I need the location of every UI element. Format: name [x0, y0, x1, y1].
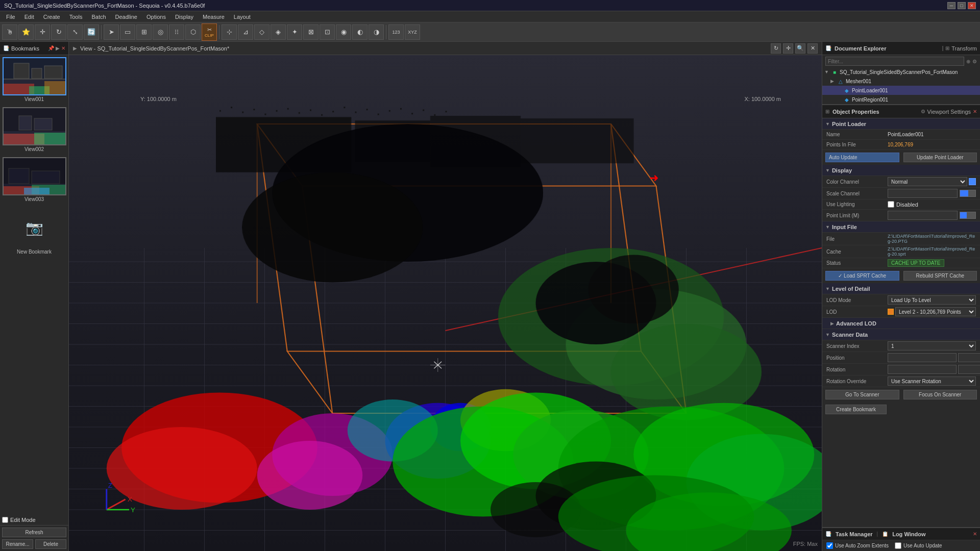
- auto-update-checkbox[interactable]: [895, 542, 901, 549]
- menu-layout[interactable]: Layout: [230, 13, 255, 21]
- filter-input[interactable]: [825, 57, 964, 66]
- filter-settings-btn[interactable]: ⚙: [972, 59, 977, 64]
- tool-move[interactable]: ✛: [35, 24, 50, 40]
- maximize-button[interactable]: □: [958, 2, 966, 9]
- obj-props-close[interactable]: ✕: [973, 109, 977, 114]
- pos-y-input[interactable]: -14.024461: [958, 353, 980, 362]
- pos-x-input[interactable]: -19.472151: [888, 353, 957, 362]
- go-to-scanner-button[interactable]: Go To Scanner: [825, 390, 899, 399]
- tool-xyz[interactable]: XYZ: [405, 24, 420, 40]
- point-limit-input[interactable]: 10.000: [888, 211, 958, 220]
- rotation-override-select[interactable]: Use Scanner Rotation Override: [888, 377, 976, 386]
- tool-view7[interactable]: ⊡: [320, 24, 335, 40]
- load-sprt-button[interactable]: ✓ Load SPRT Cache: [825, 271, 899, 281]
- tool-arrow[interactable]: ➤: [104, 24, 119, 40]
- vp-zoom[interactable]: 🔍: [795, 43, 805, 54]
- lod-section-header[interactable]: ▼ Level of Detail: [822, 283, 980, 294]
- point-loader-section-header[interactable]: ▼ Point Loader: [822, 118, 980, 130]
- tool-view10[interactable]: ◑: [369, 24, 384, 40]
- input-file-section-header[interactable]: ▼ Input File: [822, 221, 980, 233]
- tool-clip[interactable]: ✂ CLIP: [202, 23, 217, 41]
- viewport-canvas[interactable]: X Y Z Y: 100.0000 m X: 100.0000 m FPS: M…: [69, 55, 822, 551]
- tree-item-mesher[interactable]: ▶ △ Mesher001: [822, 77, 980, 86]
- tool-view8[interactable]: ◉: [336, 24, 351, 40]
- tool-view9[interactable]: ◐: [352, 24, 368, 40]
- edit-mode-checkbox[interactable]: [2, 517, 8, 523]
- tool-num[interactable]: 123: [388, 24, 404, 40]
- tool-view1[interactable]: ⊹: [222, 24, 237, 40]
- menu-options[interactable]: Options: [142, 13, 170, 21]
- scale-channel-input[interactable]: 1.000: [888, 189, 958, 198]
- tool-select[interactable]: 🖱: [2, 24, 17, 40]
- task-manager-title[interactable]: Task Manager: [836, 531, 873, 537]
- use-lighting-checkbox[interactable]: [888, 201, 894, 208]
- bookmark-view002[interactable]: View002: [3, 107, 66, 153]
- tool-rect[interactable]: ▭: [120, 24, 135, 40]
- refresh-button[interactable]: Refresh: [2, 528, 66, 537]
- tool-rotate[interactable]: ↻: [51, 24, 66, 40]
- close-button[interactable]: ✕: [968, 2, 976, 9]
- scanner-index-select[interactable]: 1 2: [888, 341, 976, 350]
- task-bar-close[interactable]: ✕: [973, 531, 977, 537]
- tool-view3[interactable]: ◇: [254, 24, 270, 40]
- left-panel-expand[interactable]: ▶: [56, 45, 60, 51]
- create-bookmark-button[interactable]: Create Bookmark: [825, 405, 887, 414]
- tree-item-root[interactable]: ▼ ■ SQ_Tutorial_SingleSidedByScannerPos_…: [822, 67, 980, 77]
- vp-orbit[interactable]: ↻: [771, 43, 781, 54]
- tool-view5[interactable]: ✦: [287, 24, 302, 40]
- display-section-header[interactable]: ▼ Display: [822, 165, 980, 176]
- scanner-data-section-header[interactable]: ▼ Scanner Data: [822, 329, 980, 340]
- rotation-values: 0.065882 -0.293528 -0.102906: [888, 365, 980, 374]
- scale-slider[interactable]: [960, 190, 976, 197]
- menu-file[interactable]: File: [2, 13, 19, 21]
- update-point-loader-button[interactable]: Update Point Loader: [903, 153, 977, 162]
- advanced-lod-header[interactable]: ▶ Advanced LOD: [822, 318, 980, 329]
- filter-expand-btn[interactable]: ⊕: [966, 59, 970, 64]
- bookmark-view001[interactable]: View001: [3, 57, 66, 103]
- expand-icon[interactable]: ⊞: [945, 45, 949, 51]
- menu-create[interactable]: Create: [39, 13, 64, 21]
- minimize-button[interactable]: ─: [947, 2, 955, 9]
- color-swatch[interactable]: [969, 178, 976, 185]
- tree-item-pointregion[interactable]: ◆ PointRegion001: [822, 95, 980, 104]
- auto-zoom-checkbox[interactable]: [826, 542, 833, 549]
- lod-mode-select[interactable]: Load Up To Level Load Single Level: [888, 295, 976, 305]
- menu-measure[interactable]: Measure: [199, 13, 229, 21]
- left-panel-close[interactable]: ✕: [61, 45, 65, 51]
- menu-tools[interactable]: Tools: [65, 13, 87, 21]
- delete-button[interactable]: Delete: [35, 539, 66, 549]
- tool-points[interactable]: ⁝⁝: [169, 24, 184, 40]
- rot-x-input[interactable]: 0.065882: [888, 365, 957, 374]
- bookmark-view003[interactable]: View003: [3, 157, 66, 203]
- tool-view2[interactable]: ⊿: [238, 24, 253, 40]
- point-limit-slider[interactable]: [960, 212, 976, 219]
- tool-circle[interactable]: ◎: [153, 24, 168, 40]
- lod-row: LOD Level 0 Level 1 Level 2 - 10,206,769…: [822, 306, 980, 318]
- color-channel-select[interactable]: Normal Intensity RGB Classification: [888, 177, 967, 186]
- obj-props-settings[interactable]: ⚙: [921, 109, 925, 114]
- section-arrow-alod: ▶: [830, 321, 834, 326]
- tool-view6[interactable]: ⊠: [303, 24, 318, 40]
- tool-bookmark[interactable]: ⭐: [18, 24, 34, 40]
- tool-refresh[interactable]: 🔄: [84, 24, 99, 40]
- menu-deadline[interactable]: Deadline: [111, 13, 141, 21]
- vp-pan[interactable]: ✛: [783, 43, 793, 54]
- rot-y-input[interactable]: -0.293528: [958, 365, 980, 374]
- focus-on-scanner-button[interactable]: Focus On Scanner: [903, 390, 977, 399]
- tool-lasso[interactable]: ⬡: [185, 24, 201, 40]
- new-bookmark[interactable]: 📷 New Bookmark: [3, 207, 66, 256]
- tool-view4[interactable]: ◈: [271, 24, 286, 40]
- menu-edit[interactable]: Edit: [20, 13, 38, 21]
- menu-batch[interactable]: Batch: [87, 13, 110, 21]
- menu-display[interactable]: Display: [171, 13, 198, 21]
- tool-scale[interactable]: ⤡: [67, 24, 83, 40]
- auto-update-button[interactable]: Auto Update: [825, 153, 899, 162]
- rebuild-sprt-button[interactable]: Rebuild SPRT Cache: [903, 271, 977, 281]
- log-window-title[interactable]: Log Window: [892, 531, 925, 537]
- vp-close[interactable]: ✕: [807, 43, 818, 54]
- rename-button[interactable]: Rename...: [2, 539, 33, 549]
- left-panel-pin[interactable]: 📌: [48, 45, 54, 51]
- tool-grid[interactable]: ⊞: [136, 24, 152, 40]
- lod-select[interactable]: Level 0 Level 1 Level 2 - 10,206,769 Poi…: [895, 307, 976, 316]
- tree-item-pointloader[interactable]: ◆ PointLoader001: [822, 86, 980, 95]
